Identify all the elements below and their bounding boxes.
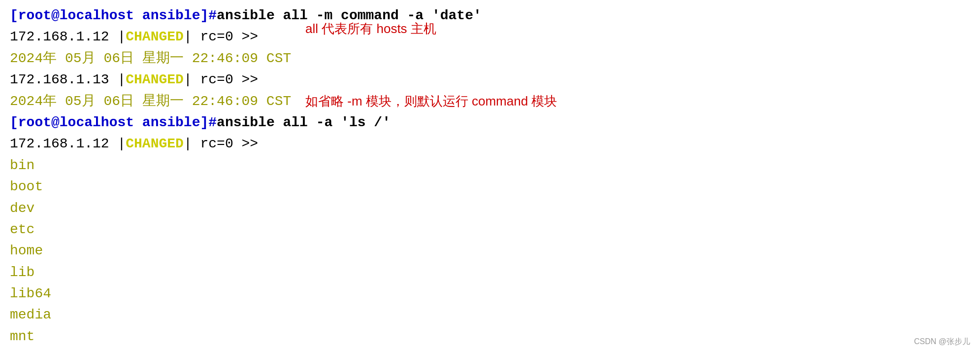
prompt-2: [root@localhost ansible]# [10, 112, 217, 133]
ls-mnt: mnt [10, 326, 970, 347]
ip-3: 172.168.1.12 | [10, 133, 126, 154]
ls-lib: lib [10, 262, 970, 283]
ls-opt: opt [10, 347, 970, 352]
changed-line-3: 172.168.1.12 | CHANGED | rc=0 >> [10, 133, 970, 154]
rc-3: | rc=0 >> [184, 133, 258, 154]
command-line-1: [root@localhost ansible]# ansible all -m… [10, 5, 970, 26]
rc-2: | rc=0 >> [184, 69, 258, 90]
output-date-1: 2024年 05月 06日 星期一 22:46:09 CST [10, 48, 970, 69]
ip-1: 172.168.1.12 | [10, 26, 126, 47]
ls-boot: boot [10, 176, 970, 197]
changed-badge-1: CHANGED [126, 26, 184, 47]
ls-home: home [10, 240, 970, 261]
changed-badge-2: CHANGED [126, 69, 184, 90]
ls-etc: etc [10, 219, 970, 240]
ls-media: media [10, 304, 970, 325]
prompt-1: [root@localhost ansible]# [10, 5, 217, 26]
changed-line-1: 172.168.1.12 | CHANGED | rc=0 >> [10, 26, 970, 47]
annotation-all-hosts: all 代表所有 hosts 主机 [305, 19, 436, 38]
command-line-2: [root@localhost ansible]# ansible all -a… [10, 112, 970, 133]
ls-bin: bin [10, 155, 970, 176]
ls-dev: dev [10, 198, 970, 219]
terminal: [root@localhost ansible]# ansible all -m… [0, 0, 980, 352]
ls-lib64: lib64 [10, 283, 970, 304]
changed-line-2: 172.168.1.13 | CHANGED | rc=0 >> [10, 69, 970, 90]
annotation-default-module: 如省略 -m 模块，则默认运行 command 模块 [305, 91, 557, 111]
changed-badge-3: CHANGED [126, 133, 184, 154]
ip-2: 172.168.1.13 | [10, 69, 126, 90]
watermark: CSDN @张步儿 [914, 336, 970, 348]
rc-1: | rc=0 >> [184, 26, 258, 47]
command-2: ansible all -a 'ls /' [217, 112, 391, 133]
